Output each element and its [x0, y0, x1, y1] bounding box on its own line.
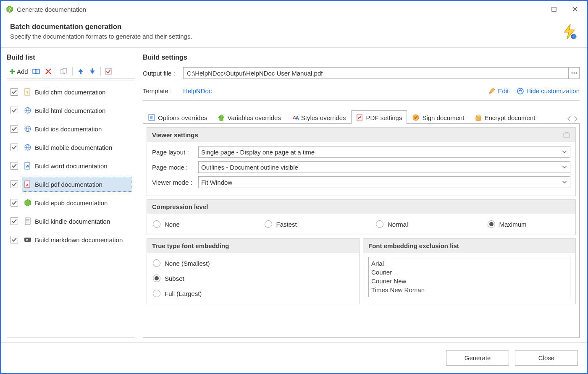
- font-exclusion-item[interactable]: Courier: [371, 268, 567, 277]
- tab-icon: AA: [291, 114, 299, 121]
- compression-radio-none[interactable]: None: [153, 220, 235, 228]
- maximize-button[interactable]: [543, 1, 564, 18]
- reset-viewer-icon[interactable]: [563, 131, 570, 139]
- build-list[interactable]: ?Build chm documentationBuild html docum…: [7, 81, 135, 338]
- build-settings-panel: Build settings Output file : Template : …: [138, 48, 587, 342]
- build-checkbox[interactable]: [10, 125, 18, 133]
- radio-label: Normal: [388, 221, 408, 228]
- radio-icon: [153, 220, 160, 228]
- build-list-row[interactable]: Build kindle documentation: [7, 212, 135, 230]
- hide-customization-button[interactable]: Hide customization: [517, 87, 580, 94]
- font-embed-radio[interactable]: Subset: [153, 275, 353, 282]
- close-button[interactable]: Close: [515, 350, 578, 366]
- build-checkbox[interactable]: [10, 88, 18, 96]
- build-settings-heading: Build settings: [143, 54, 580, 61]
- html-icon: [24, 107, 32, 114]
- move-down-button[interactable]: [87, 67, 97, 76]
- move-up-button[interactable]: [76, 67, 86, 76]
- copy-build-button[interactable]: [59, 67, 69, 76]
- output-file-browse-button[interactable]: [569, 67, 580, 79]
- tab-scroll-right[interactable]: [574, 116, 578, 122]
- build-list-row[interactable]: ABuild pdf documentation: [7, 175, 135, 194]
- compression-group: Compression level NoneFastestNormalMaxim…: [147, 199, 576, 235]
- build-checkbox[interactable]: [10, 236, 18, 243]
- viewer-setting-row: Page layout :Single page - Display one p…: [152, 146, 570, 158]
- font-embed-title: True type font embedding: [152, 242, 229, 249]
- viewer-setting-label: Viewer mode :: [152, 179, 198, 186]
- compression-radio-maximum[interactable]: Maximum: [488, 220, 570, 228]
- tab-pdf-settings[interactable]: PDF settings: [351, 110, 407, 124]
- svg-point-25: [575, 73, 577, 74]
- tab-icon: [148, 114, 155, 121]
- build-list-row[interactable]: Build mobile documentation: [7, 138, 135, 157]
- compression-radio-fastest[interactable]: Fastest: [265, 220, 347, 228]
- tab-encrypt-document[interactable]: Encrypt document: [470, 110, 541, 124]
- viewer-settings-title: Viewer settings: [152, 131, 198, 139]
- build-list-row[interactable]: ?Build chm documentation: [7, 83, 135, 101]
- tab-sign-document[interactable]: Sign document: [407, 110, 469, 124]
- output-file-input[interactable]: [183, 67, 569, 79]
- build-checkbox[interactable]: [10, 107, 18, 114]
- ios-icon: [24, 125, 32, 133]
- radio-icon: [153, 259, 160, 267]
- tab-variables-overrides[interactable]: Variables overrides: [213, 110, 286, 124]
- compression-title: Compression level: [152, 203, 208, 210]
- font-exclusion-title: Font embedding exclusion list: [368, 242, 459, 249]
- build-checkbox[interactable]: [10, 180, 18, 188]
- build-list-row[interactable]: Build html documentation: [7, 101, 135, 120]
- svg-point-24: [573, 73, 575, 74]
- build-list-label: Build word documentation: [35, 162, 108, 170]
- viewer-setting-select[interactable]: Single page - Display one page at a time: [198, 146, 570, 158]
- radio-icon: [265, 220, 272, 228]
- radio-label: Subset: [165, 275, 184, 282]
- settings-panel-body: Viewer settings Page layout :Single page…: [143, 124, 580, 338]
- md-icon: M↓: [24, 236, 32, 243]
- font-embed-radio[interactable]: Full (Largest): [153, 290, 353, 297]
- dialog-footer: Generate Close: [1, 342, 587, 373]
- viewer-setting-select[interactable]: Outlines - Document outline visible: [198, 161, 570, 173]
- build-list-label: Build html documentation: [35, 107, 105, 114]
- output-file-row: Output file :: [143, 67, 580, 79]
- build-list-row[interactable]: WBuild word documentation: [7, 157, 135, 175]
- delete-build-button[interactable]: [44, 67, 53, 76]
- viewer-setting-select[interactable]: Fit Window: [198, 176, 570, 188]
- build-list-heading: Build list: [7, 54, 135, 61]
- build-checkbox[interactable]: [10, 217, 18, 225]
- tab-styles-overrides[interactable]: AAStyles overrides: [286, 110, 351, 124]
- tab-icon: [356, 114, 364, 121]
- viewer-setting-label: Page mode :: [152, 164, 198, 171]
- tab-options-overrides[interactable]: Options overrides: [143, 110, 213, 124]
- font-exclusion-item[interactable]: Times New Roman: [371, 285, 567, 294]
- build-list-toolbar: Add: [7, 65, 135, 79]
- svg-text:M↓: M↓: [26, 238, 29, 241]
- close-window-button[interactable]: [564, 1, 585, 18]
- edit-label: Edit: [498, 87, 509, 94]
- add-build-button[interactable]: Add: [8, 67, 29, 76]
- font-exclusion-item[interactable]: Arial: [371, 259, 567, 268]
- font-exclusion-list[interactable]: ArialCourierCourier NewTimes New Roman: [368, 257, 570, 297]
- build-checkbox[interactable]: [10, 199, 18, 207]
- radio-icon: [153, 290, 160, 297]
- compression-radio-normal[interactable]: Normal: [376, 220, 458, 228]
- build-checkbox[interactable]: [10, 144, 18, 151]
- build-list-row[interactable]: M↓Build markdown documentation: [7, 230, 135, 249]
- chm-icon: ?: [24, 88, 32, 96]
- viewer-setting-row: Page mode :Outlines - Document outline v…: [152, 161, 570, 173]
- svg-rect-33: [564, 133, 570, 137]
- check-all-button[interactable]: [104, 67, 113, 76]
- generate-button[interactable]: Generate: [446, 350, 509, 366]
- build-checkbox[interactable]: [10, 162, 18, 170]
- template-link[interactable]: HelpNDoc: [183, 87, 212, 94]
- edit-template-button[interactable]: Edit: [488, 87, 509, 94]
- rename-build-button[interactable]: [31, 67, 42, 76]
- font-embed-radio[interactable]: None (Smallest): [153, 259, 353, 267]
- build-list-row[interactable]: Build ios documentation: [7, 120, 135, 138]
- tab-label: Sign document: [422, 114, 464, 121]
- svg-rect-6: [63, 68, 67, 73]
- collapse-icon: [517, 88, 524, 94]
- font-exclusion-item[interactable]: Courier New: [371, 277, 567, 285]
- font-embed-radios: None (Smallest)SubsetFull (Largest): [152, 257, 354, 300]
- app-icon: ?: [6, 5, 13, 13]
- build-list-row[interactable]: Build epub documentation: [7, 194, 135, 212]
- tab-scroll-left[interactable]: [567, 116, 571, 122]
